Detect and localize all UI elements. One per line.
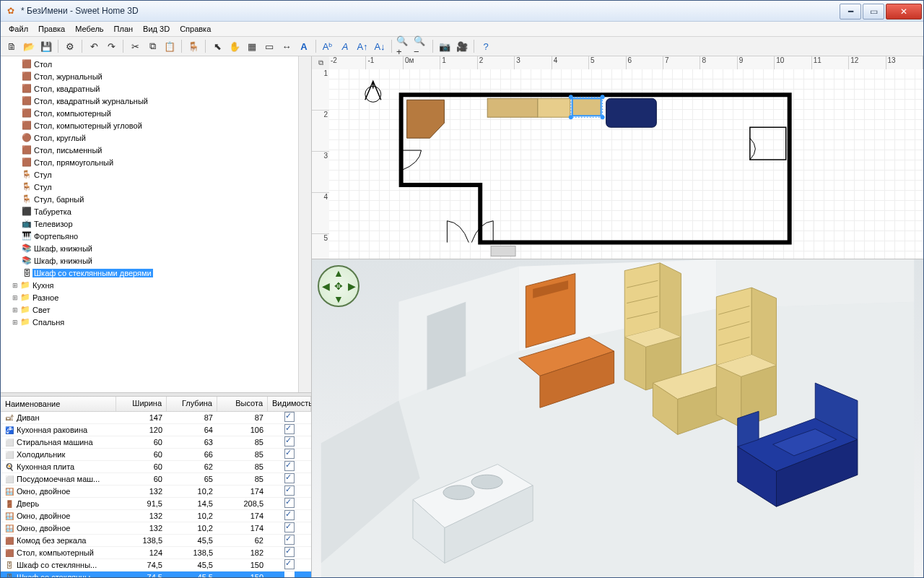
table-row[interactable]: ⬜Посудомоечная маш...606585 [1,473,311,486]
catalog-item[interactable]: 🟫Стол, письменный [1,144,298,156]
menu-help[interactable]: Справка [175,23,216,35]
visibility-checkbox[interactable] [284,522,295,532]
visibility-checkbox[interactable] [284,461,295,471]
catalog-item[interactable]: 🟫Стол, прямоугольный [1,156,298,168]
nav-up-icon[interactable]: ▲ [334,267,344,279]
minimize-button[interactable]: ━ [840,4,861,20]
table-row[interactable]: 🟫Комод без зеркала138,545,562 [1,535,311,547]
select-tool-icon[interactable]: ⬉ [209,38,225,54]
visibility-checkbox[interactable] [284,547,295,557]
settings-icon[interactable]: ⚙ [62,38,78,54]
table-row[interactable]: 🛋Диван1478787 [1,412,311,424]
catalog-item[interactable]: ⬛Табуретка [1,205,298,217]
catalog-item[interactable]: 🟫Стол [1,58,298,70]
visibility-checkbox[interactable] [284,571,295,577]
visibility-checkbox[interactable] [284,486,295,496]
menu-plan[interactable]: План [109,23,139,35]
visibility-checkbox[interactable] [284,535,295,545]
catalog-item[interactable]: 📚Шкаф, книжный [1,254,298,267]
visibility-checkbox[interactable] [284,510,295,520]
table-row[interactable]: 🗄Шкаф со стеклянны...74,545,5150 [1,571,311,577]
table-row[interactable]: 🟫Стол, компьютерный124138,5182 [1,547,311,559]
plan-2d-view[interactable]: ⧉ -2-10м12345678910111213 12345 [312,56,923,259]
menu-file[interactable]: Файл [4,23,33,35]
table-row[interactable]: 🚰Кухонная раковина12064106 [1,424,311,436]
zoom-in-icon[interactable]: 🔍+ [396,38,411,54]
catalog-item[interactable]: 🪑Стул [1,181,298,193]
help-icon[interactable]: ? [478,38,494,54]
catalog-folder[interactable]: ⊞📁Свет [1,303,298,316]
text-increase-icon[interactable]: A↑ [354,38,370,54]
table-row[interactable]: 🗄Шкаф со стеклянны...74,545,5150 [1,559,311,571]
plan-grid[interactable] [329,69,923,259]
catalog-item[interactable]: 📺Телевизор [1,217,298,230]
cut-icon[interactable]: ✂ [127,38,143,54]
menu-edit[interactable]: Правка [33,23,70,35]
catalog-item[interactable]: 🟫Стол, журнальный [1,70,298,82]
nav-down-icon[interactable]: ▼ [334,293,344,305]
visibility-checkbox[interactable] [284,436,295,447]
redo-icon[interactable]: ↷ [103,38,119,54]
save-icon[interactable]: 💾 [38,38,54,54]
catalog-folder[interactable]: ⊞📁Спальня [1,316,298,328]
catalog-item[interactable]: 🪑Стул [1,168,298,181]
col-name[interactable]: Наименование [1,397,116,411]
catalog-item[interactable]: 🗄Шкаф со стеклянными дверями [1,267,298,279]
catalog-item[interactable]: 🟫Стол, компьютерный угловой [1,119,298,131]
nav-right-icon[interactable]: ▶ [348,280,356,292]
table-body[interactable]: 🛋Диван1478787🚰Кухонная раковина12064106⬜… [1,412,311,577]
furniture-catalog[interactable]: 🟫Стол🟫Стол, журнальный🟫Стол, квадратный🟫… [1,56,311,392]
expand-icon[interactable]: ⊞ [11,306,19,314]
catalog-item[interactable]: 🟫Стол, компьютерный [1,107,298,119]
table-row[interactable]: 🪟Окно, двойное13210,2174 [1,510,311,522]
zoom-out-icon[interactable]: 🔍− [413,38,429,54]
text-bold-icon[interactable]: Aᵇ [320,38,336,54]
catalog-item[interactable]: 🟤Стол, круглый [1,131,298,144]
col-height[interactable]: Высота [217,397,268,411]
text-decrease-icon[interactable]: A↓ [372,38,388,54]
table-row[interactable]: 🍳Кухонная плита606285 [1,461,311,473]
catalog-folder[interactable]: ⊞📁Кухня [1,279,298,291]
new-icon[interactable]: 🗎 [4,38,19,54]
table-row[interactable]: ⬜Холодильник606685 [1,449,311,461]
nav-wheel[interactable]: ▲ ◀✥▶ ▼ [318,265,359,307]
menu-view3d[interactable]: Вид 3D [138,23,175,35]
visibility-checkbox[interactable] [284,498,295,508]
visibility-checkbox[interactable] [284,559,295,569]
add-furniture-icon[interactable]: 🪑 [186,38,201,54]
open-icon[interactable]: 📂 [21,38,37,54]
video-icon[interactable]: 🎥 [454,38,470,54]
paste-icon[interactable]: 📋 [162,38,178,54]
menu-furniture[interactable]: Мебель [70,23,108,35]
text-italic-icon[interactable]: A [337,38,353,54]
room-tool-icon[interactable]: ▭ [261,38,277,54]
visibility-checkbox[interactable] [284,412,295,422]
catalog-item[interactable]: 🎹Фортепьяно [1,230,298,242]
table-row[interactable]: 🪟Окно, двойное13210,2174 [1,522,311,535]
expand-icon[interactable]: ⊞ [11,319,19,326]
catalog-item[interactable]: 📚Шкаф, книжный [1,242,298,254]
undo-icon[interactable]: ↶ [86,38,102,54]
ruler-corner-icon[interactable]: ⧉ [312,56,330,70]
wall-tool-icon[interactable]: ▦ [244,38,260,54]
visibility-checkbox[interactable] [284,449,295,459]
text-tool-icon[interactable]: A [296,38,312,54]
col-width[interactable]: Ширина [116,397,167,411]
visibility-checkbox[interactable] [284,424,295,434]
visibility-checkbox[interactable] [284,473,295,483]
maximize-button[interactable]: ▭ [863,4,884,20]
dimension-tool-icon[interactable]: ↔ [279,38,295,54]
col-visibility[interactable]: Видимость [268,397,311,411]
catalog-folder[interactable]: ⊞📁Разное [1,291,298,303]
copy-icon[interactable]: ⧉ [144,38,160,54]
expand-icon[interactable]: ⊞ [11,282,19,289]
table-row[interactable]: 🚪Дверь91,514,5208,5 [1,498,311,510]
view-3d[interactable]: ▲ ◀✥▶ ▼ [312,259,923,577]
photo-icon[interactable]: 📷 [437,38,453,54]
catalog-scrollbar[interactable] [298,56,311,392]
table-row[interactable]: ⬜Стиральная машина606385 [1,436,311,449]
expand-icon[interactable]: ⊞ [11,294,19,301]
col-depth[interactable]: Глубина [167,397,217,411]
catalog-item[interactable]: 🪑Стул, барный [1,193,298,205]
catalog-item[interactable]: 🟫Стол, квадратный [1,82,298,95]
